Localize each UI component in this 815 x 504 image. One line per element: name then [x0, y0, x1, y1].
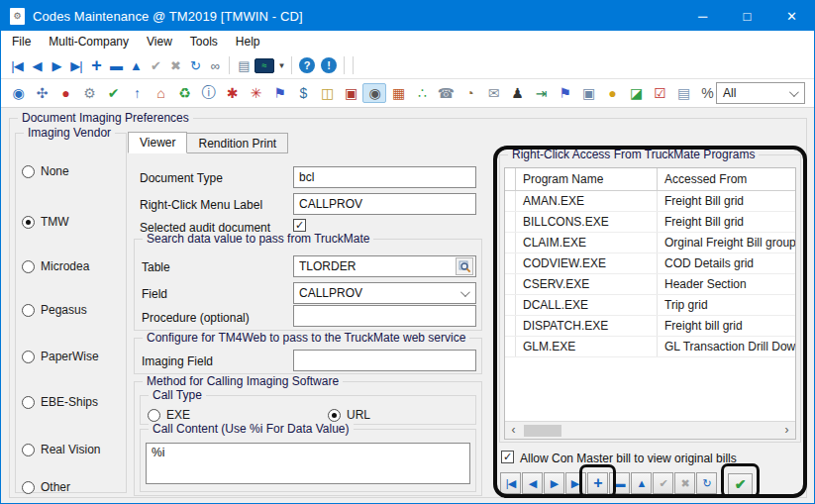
document-type-input[interactable] [293, 166, 476, 188]
pinwheel-icon[interactable]: ✣ [30, 83, 53, 103]
maximize-button[interactable]: □ [725, 1, 769, 31]
table-lookup-button[interactable] [456, 257, 473, 275]
cell-program-name[interactable]: CSERV.EXE [516, 274, 658, 294]
scrollbar-thumb[interactable] [524, 425, 561, 437]
tree-nodes-icon[interactable]: ∴ [410, 83, 434, 103]
register-icon[interactable]: ▣ [339, 83, 362, 103]
cell-accessed-from[interactable]: Freight Bill grid [658, 212, 795, 232]
gauge-icon[interactable]: ◔ [458, 83, 481, 103]
table-row[interactable]: CODVIEW.EXECOD Details grid [505, 253, 795, 274]
sphere-icon[interactable]: ● [600, 83, 624, 103]
camera-icon[interactable]: ◉ [362, 83, 386, 103]
phone-icon[interactable]: ☎ [434, 83, 458, 103]
refresh-icon[interactable]: ↻ [185, 55, 205, 75]
cell-accessed-from[interactable]: Freight Bill grid [658, 191, 795, 211]
tab-viewer[interactable]: Viewer [128, 132, 187, 153]
column-header-accessed-from[interactable]: Accessed From [658, 168, 795, 190]
prior-record-icon[interactable]: ◀ [27, 55, 47, 75]
delete-record-icon[interactable]: ▬ [106, 55, 126, 75]
cell-program-name[interactable]: DCALL.EXE [516, 295, 658, 315]
row-selector[interactable] [505, 191, 516, 211]
grid-add-button[interactable]: + [587, 472, 608, 494]
menu-file[interactable]: File [3, 31, 40, 52]
imaging-field-input[interactable] [293, 350, 476, 371]
menu-view[interactable]: View [138, 31, 181, 52]
recycle-icon[interactable]: ♻ [172, 83, 196, 103]
grid-refresh-button[interactable]: ↻ [696, 472, 717, 494]
close-button[interactable]: ✕ [769, 1, 814, 31]
approve-icon[interactable]: ✔ [101, 83, 125, 103]
table-row[interactable]: BILLCONS.EXEFreight Bill grid [505, 212, 795, 233]
table-row[interactable]: AMAN.EXEFreight Bill grid [505, 191, 795, 212]
radio-vendor-none[interactable]: None [22, 164, 69, 178]
copy-icon[interactable]: ▣ [576, 83, 600, 103]
cell-accessed-from[interactable]: Header Section [658, 274, 795, 294]
globe-icon[interactable]: ◉ [6, 83, 30, 103]
grid-next-button[interactable]: ▶ [544, 472, 564, 494]
table-row[interactable]: CLAIM.EXEOrginal Freight Bill group b [505, 233, 795, 253]
last-record-icon[interactable]: ▶| [66, 55, 86, 75]
row-selector[interactable] [505, 233, 516, 252]
tree-icon[interactable]: ↑ [125, 83, 149, 103]
radio-call-type-url[interactable]: URL [328, 408, 370, 422]
print-icon[interactable]: ▤ [234, 55, 254, 75]
post-edit-icon[interactable]: ✔ [146, 55, 165, 75]
chart-icon[interactable]: ◪ [624, 83, 648, 103]
confirm-button[interactable]: ✔ [728, 473, 753, 495]
row-selector[interactable] [505, 295, 516, 315]
flag2-icon[interactable]: ⚑ [267, 83, 291, 103]
radio-vendor-microdea[interactable]: Microdea [22, 259, 89, 273]
procedure-input[interactable] [293, 305, 476, 327]
radio-call-type-exe[interactable]: EXE [148, 408, 190, 422]
binoculars-icon[interactable]: ∞ [205, 55, 225, 75]
network-icon[interactable]: ✳ [244, 83, 267, 103]
field-combobox[interactable]: CALLPROV [293, 282, 476, 304]
codes-filter-combobox[interactable]: All [716, 82, 805, 104]
row-selector[interactable] [505, 274, 516, 294]
person-icon[interactable]: ♟ [505, 83, 529, 103]
cell-accessed-from[interactable]: GL Transaction Drill Down F [658, 337, 795, 356]
gears-icon[interactable]: ⚙ [77, 83, 101, 103]
call-content-textarea[interactable]: %i [146, 443, 470, 484]
mail-icon[interactable]: ✉ [481, 83, 505, 103]
menu-tools[interactable]: Tools [181, 31, 227, 52]
cell-accessed-from[interactable]: Trip grid [658, 295, 795, 315]
audit-document-checkbox[interactable]: ✓ [293, 219, 306, 232]
car-icon[interactable]: ● [53, 83, 77, 103]
column-header-program-name[interactable]: Program Name [516, 168, 658, 190]
cell-program-name[interactable]: CODVIEW.EXE [516, 253, 658, 273]
package-icon[interactable]: ◫ [315, 83, 339, 103]
monitor-dropdown-icon[interactable]: ▼ [275, 55, 287, 75]
radio-vendor-real-vision[interactable]: Real Vision [22, 443, 100, 456]
table-row[interactable]: DCALL.EXETrip grid [505, 295, 795, 316]
menu-help[interactable]: Help [227, 31, 269, 52]
cancel-edit-icon[interactable]: ✖ [165, 55, 185, 75]
flag-icon[interactable]: ⚑ [553, 83, 576, 103]
insert-record-icon[interactable]: + [86, 55, 106, 75]
row-selector[interactable] [505, 212, 516, 232]
topology-icon[interactable]: ✱ [220, 83, 244, 103]
cell-program-name[interactable]: DISPATCH.EXE [516, 316, 658, 336]
menu-multi-company[interactable]: Multi-Company [40, 31, 138, 52]
grid-last-button[interactable]: ▶| [565, 472, 586, 494]
cell-program-name[interactable]: AMAN.EXE [516, 191, 658, 211]
home-icon[interactable]: ⌂ [149, 83, 172, 103]
grid-horizontal-scrollbar[interactable]: ‹ › [505, 421, 795, 439]
row-selector[interactable] [505, 316, 516, 336]
sql-monitor-icon[interactable]: ≈ [255, 58, 274, 73]
radio-vendor-paperwise[interactable]: PaperWise [22, 350, 99, 363]
radio-vendor-tmw[interactable]: TMW [22, 215, 69, 229]
next-record-icon[interactable]: ▶ [47, 55, 66, 75]
radio-vendor-pegasus[interactable]: Pegasus [22, 303, 87, 317]
cell-accessed-from[interactable]: Freight bill grid [658, 316, 795, 336]
grid-cancel-button[interactable]: ✖ [674, 472, 695, 494]
grid-first-button[interactable]: |◀ [500, 472, 521, 494]
cell-accessed-from[interactable]: COD Details grid [658, 253, 795, 273]
row-selector[interactable] [505, 337, 516, 356]
cell-accessed-from[interactable]: Orginal Freight Bill group b [658, 233, 795, 252]
menu-label-input[interactable] [293, 193, 476, 215]
audit-check-icon[interactable]: ☑ [648, 83, 671, 103]
grid-post-button[interactable]: ✔ [653, 472, 673, 494]
minimize-button[interactable]: ─ [680, 1, 725, 31]
table-row[interactable]: GLM.EXEGL Transaction Drill Down F [505, 337, 795, 357]
